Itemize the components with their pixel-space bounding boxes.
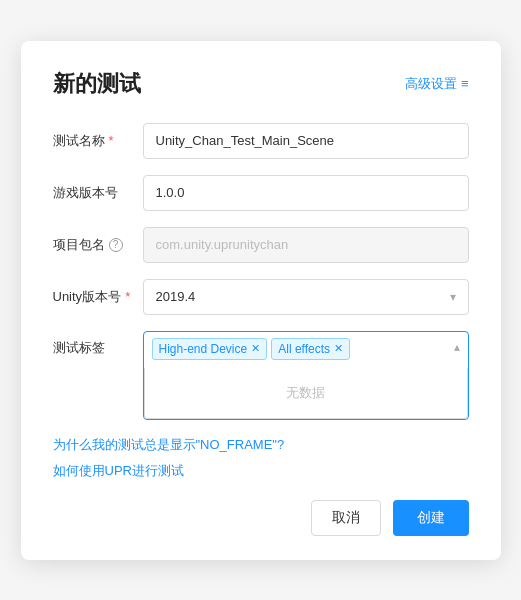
- package-name-label: 项目包名 ?: [53, 236, 143, 254]
- unity-version-row: Unity版本号 * 2019.4 ▾: [53, 279, 469, 315]
- unity-version-value: 2019.4: [156, 289, 450, 304]
- test-tags-label: 测试标签: [53, 331, 143, 357]
- create-button[interactable]: 创建: [393, 500, 469, 536]
- tag-select-toggle-icon[interactable]: ▴: [454, 340, 460, 354]
- game-version-input[interactable]: [143, 175, 469, 211]
- game-version-row: 游戏版本号: [53, 175, 469, 211]
- unity-version-select[interactable]: 2019.4 ▾: [143, 279, 469, 315]
- unity-version-label: Unity版本号 *: [53, 288, 143, 306]
- package-name-input: [143, 227, 469, 263]
- faq-link-2[interactable]: 如何使用UPR进行测试: [53, 462, 469, 480]
- test-tags-select[interactable]: High-end Device ✕ All effects ✕ ▴ 无数据: [143, 331, 469, 420]
- advanced-settings-link[interactable]: 高级设置 ≡: [405, 75, 469, 93]
- dropdown-panel: 无数据: [144, 368, 468, 419]
- dialog-footer: 取消 创建: [53, 500, 469, 536]
- test-name-label: 测试名称 *: [53, 132, 143, 150]
- required-star: *: [109, 133, 114, 148]
- tag-high-end-device: High-end Device ✕: [152, 338, 268, 360]
- dialog: 新的测试 高级设置 ≡ 测试名称 * 游戏版本号 项目包名 ? Unity版本号…: [21, 41, 501, 560]
- test-name-input[interactable]: [143, 123, 469, 159]
- dropdown-empty-text: 无数据: [145, 376, 467, 410]
- game-version-label: 游戏版本号: [53, 184, 143, 202]
- package-name-row: 项目包名 ?: [53, 227, 469, 263]
- advanced-settings-label: 高级设置: [405, 75, 457, 93]
- tag-close-icon[interactable]: ✕: [251, 343, 260, 354]
- tag-label: All effects: [278, 342, 330, 356]
- chevron-down-icon: ▾: [450, 290, 456, 304]
- help-icon[interactable]: ?: [109, 238, 123, 252]
- required-star-unity: *: [125, 289, 130, 304]
- dialog-title: 新的测试: [53, 69, 141, 99]
- tag-select-top: High-end Device ✕ All effects ✕ ▴: [144, 332, 468, 368]
- link-section: 为什么我的测试总是显示"NO_FRAME"? 如何使用UPR进行测试: [53, 436, 469, 480]
- faq-link-1[interactable]: 为什么我的测试总是显示"NO_FRAME"?: [53, 436, 469, 454]
- tag-close-icon[interactable]: ✕: [334, 343, 343, 354]
- tag-label: High-end Device: [159, 342, 248, 356]
- cancel-button[interactable]: 取消: [311, 500, 381, 536]
- dialog-header: 新的测试 高级设置 ≡: [53, 69, 469, 99]
- advanced-settings-icon: ≡: [461, 76, 469, 91]
- test-tags-row: 测试标签 High-end Device ✕ All effects ✕ ▴ 无…: [53, 331, 469, 420]
- tag-all-effects: All effects ✕: [271, 338, 350, 360]
- test-name-row: 测试名称 *: [53, 123, 469, 159]
